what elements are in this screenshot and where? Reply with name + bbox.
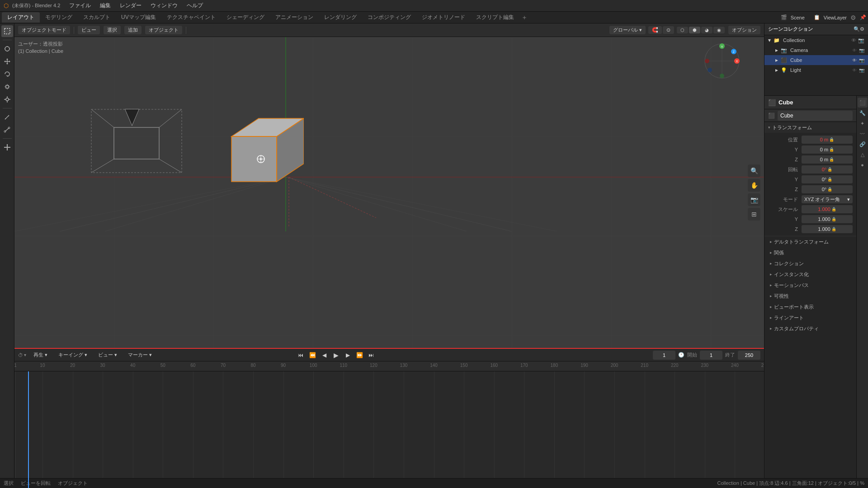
viewlayer-name[interactable]: ViewLayer [824,15,847,20]
rotation-mode-field[interactable]: XYZ オイラー角 ▾ [802,195,853,203]
section-7[interactable]: ▸ ラインアート [764,312,856,323]
jump-to-end-btn[interactable]: ⏭ [366,350,376,360]
menu-window[interactable]: ウィンドウ [147,1,181,10]
current-frame-input[interactable]: 1 [653,351,675,360]
scale-x-field[interactable]: 1.000 🔒 [802,205,853,213]
tool-move[interactable] [1,56,13,67]
timeline-type-selector[interactable]: ⏱ ▾ [18,352,26,358]
collection-visibility-icon[interactable]: 👁 [851,38,856,43]
props-tab-material[interactable]: ● [858,160,868,170]
lock-z-icon[interactable]: 🔒 [829,157,834,162]
section-5[interactable]: ▸ 可視性 [764,291,856,301]
tab-uvmap[interactable]: UVマップ編集 [116,12,161,23]
scale-z-field[interactable]: 1.000 🔒 [802,225,853,233]
lock-rz-icon[interactable]: 🔒 [827,187,832,192]
tab-geonodes[interactable]: ジオメトリノード [416,12,471,23]
cube-vis-icon[interactable]: 👁 [852,58,857,63]
outliner-item-collection[interactable]: ▾ 📁 Collection 👁 📷 [764,35,868,45]
solid-btn[interactable]: ⬢ [689,27,700,33]
location-x-field[interactable]: 0 m 🔒 [802,136,853,144]
light-render-icon-ol[interactable]: 📷 [859,68,864,73]
next-frame-btn[interactable]: ▶ [343,350,353,360]
menu-edit[interactable]: 編集 [96,1,114,10]
mesh-name-input[interactable]: Cube [778,111,853,121]
tab-sculpt[interactable]: スカルプト [78,12,116,23]
play-btn[interactable]: ▶ [331,350,341,360]
grid-icon[interactable]: ⊞ [748,208,760,221]
cube-object[interactable] [222,100,304,201]
tab-shading[interactable]: シェーディング [221,12,270,23]
proportional-btn[interactable]: ⊙ [663,26,674,34]
start-frame-input[interactable]: 1 [700,351,722,360]
section-1[interactable]: ▸ 関係 [764,247,856,258]
mode-selector[interactable]: オブジェクトモード [18,26,70,34]
tab-scripting[interactable]: スクリプト編集 [471,12,519,23]
camera-render-icon-ol[interactable]: 📷 [859,48,864,53]
rotation-z-field[interactable]: 0° 🔒 [802,185,853,193]
gizmo-widget[interactable]: Y X Z [702,41,742,81]
end-frame-input[interactable]: 250 [738,351,760,360]
view-menu-btn-tl[interactable]: ビュー ▾ [94,351,121,359]
tool-add[interactable] [1,141,13,153]
menu-render[interactable]: レンダー [116,1,145,10]
tool-rotate[interactable] [1,68,13,80]
outliner-item-camera[interactable]: ▸ 📷 Camera 👁 📷 [764,45,868,55]
lock-rx-icon[interactable]: 🔒 [827,167,832,172]
pan-icon[interactable]: ✋ [748,179,760,192]
section-0[interactable]: ▸ デルタトランスフォーム [764,236,856,247]
prev-frame-btn[interactable]: ◀ [319,350,329,360]
prev-keyframe-btn[interactable]: ⏪ [307,350,317,360]
props-tab-data[interactable]: △ [858,150,868,160]
tool-transform[interactable] [1,94,13,105]
menu-file[interactable]: ファイル [66,1,94,10]
light-vis-icon[interactable]: 👁 [852,68,857,73]
props-tab-object[interactable]: ⬛ [858,98,868,108]
add-menu-btn[interactable]: 追加 [124,26,142,34]
tab-modeling[interactable]: モデリング [40,12,78,23]
section-3[interactable]: ▸ インスタンス化 [764,269,856,280]
location-y-field[interactable]: 0 m 🔒 [802,145,853,154]
props-tab-constraints[interactable]: 🔗 [858,139,868,149]
global-btn[interactable]: グローバル ▾ [609,26,646,34]
material-btn[interactable]: ◕ [701,27,712,33]
lock-y-icon[interactable]: 🔒 [829,147,834,152]
props-tab-modifiers[interactable]: 🔧 [858,108,868,118]
location-z-field[interactable]: 0 m 🔒 [802,155,853,164]
tool-scale[interactable] [1,81,13,93]
lock-sz-icon[interactable]: 🔒 [831,227,836,231]
tab-animation[interactable]: アニメーション [270,12,319,23]
tool-select-box[interactable] [1,25,13,37]
section-2[interactable]: ▸ コレクション [764,258,856,269]
options-btn[interactable]: オプション [728,26,760,34]
outliner-filter-btn[interactable]: 🔍 [854,26,860,32]
marker-menu-btn[interactable]: マーカー ▾ [124,351,156,359]
tab-layout[interactable]: レイアウト [2,12,40,23]
lock-sx-icon[interactable]: 🔒 [831,207,836,211]
cube-render-icon-ol[interactable]: 📷 [859,58,864,63]
snap-btn[interactable]: 🧲 [648,26,662,34]
tab-rendering[interactable]: レンダリング [319,12,362,23]
add-workspace-btn[interactable]: ＋ [521,14,528,22]
lock-x-icon[interactable]: 🔒 [829,137,834,142]
zoom-icon[interactable]: 🔍 [748,164,760,177]
rendered-btn[interactable]: ◉ [713,27,725,33]
scene-settings-btn[interactable]: ⚙ [850,14,856,21]
section-8[interactable]: ▸ カスタムプロパティ [764,323,856,334]
rotation-y-field[interactable]: 0° 🔒 [802,175,853,183]
transform-section-header[interactable]: ▾ トランスフォーム [764,122,856,133]
props-tab-particles[interactable]: ✦ [858,118,868,128]
outliner-item-cube[interactable]: ▸ ⬛ Cube 👁 📷 [764,55,868,65]
lock-sy-icon[interactable]: 🔒 [831,217,836,221]
section-4[interactable]: ▸ モーションパス [764,280,856,291]
section-6[interactable]: ▸ ビューポート表示 [764,301,856,312]
jump-to-start-btn[interactable]: ⏮ [296,350,306,360]
keying-menu-btn[interactable]: キーイング ▾ [55,351,91,359]
tab-compositing[interactable]: コンポジティング [362,12,416,23]
viewport-3d[interactable]: ユーザー：透視投影 (1) Collection | Cube Y [14,37,764,348]
collection-render-icon[interactable]: 📷 [858,38,864,43]
tab-texturepaint[interactable]: テクスチャペイント [161,12,221,23]
tool-annotate[interactable] [1,111,13,123]
select-menu-btn[interactable]: 選択 [104,26,121,34]
object-menu-btn[interactable]: オブジェクト [145,26,182,34]
props-tab-physics[interactable]: 〰 [858,129,868,139]
